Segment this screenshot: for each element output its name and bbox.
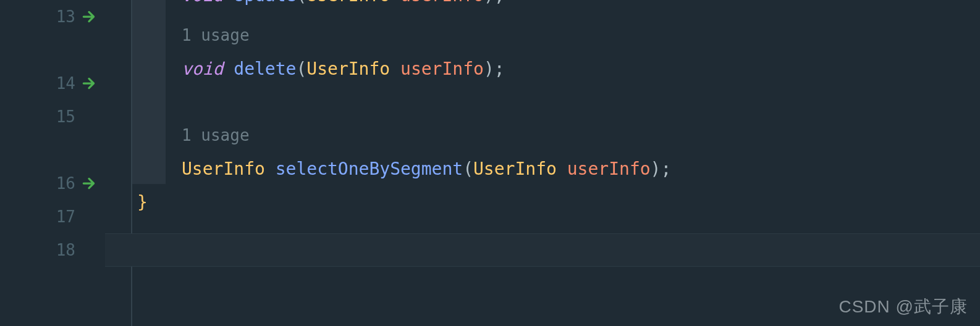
gutter-row-hint bbox=[0, 33, 105, 67]
method-name: delete bbox=[234, 59, 296, 79]
line-number: 14 bbox=[56, 74, 75, 93]
keyword: void bbox=[182, 0, 223, 5]
code-line-14[interactable]: void delete(UserInfo userInfo); bbox=[105, 52, 980, 85]
paren: ) bbox=[484, 0, 494, 5]
code-line-18[interactable] bbox=[105, 219, 980, 252]
gutter: 13 14 15 16 17 bbox=[0, 0, 105, 326]
type-name: UserInfo bbox=[306, 59, 390, 79]
line-number: 15 bbox=[56, 107, 75, 126]
gutter-row-18[interactable]: 18 bbox=[0, 233, 105, 267]
param-name: userInfo bbox=[400, 59, 484, 79]
usage-hint[interactable]: 1 usage bbox=[105, 119, 980, 152]
run-arrow-icon[interactable] bbox=[80, 75, 98, 92]
run-arrow-icon[interactable] bbox=[80, 175, 98, 192]
code-line-13[interactable]: void Update(UserInfo userInfo); bbox=[105, 0, 980, 5]
paren: ( bbox=[296, 0, 306, 5]
gutter-row-15[interactable]: 15 bbox=[0, 100, 105, 133]
line-number: 16 bbox=[56, 174, 75, 193]
scroll-indicator[interactable] bbox=[0, 319, 25, 326]
gutter-row-17[interactable]: 17 bbox=[0, 200, 105, 233]
paren: ( bbox=[463, 159, 473, 179]
type-name: UserInfo bbox=[306, 0, 390, 5]
return-type: UserInfo bbox=[182, 159, 265, 179]
code-line-17[interactable]: } bbox=[105, 185, 980, 219]
line-number: 17 bbox=[56, 207, 75, 226]
line-number: 18 bbox=[56, 241, 75, 259]
watermark: CSDN @武子康 bbox=[838, 295, 968, 319]
code-editor[interactable]: 13 14 15 16 17 bbox=[0, 0, 980, 326]
code-line-15[interactable] bbox=[105, 85, 980, 119]
method-name: Update bbox=[234, 0, 296, 5]
paren: ) bbox=[651, 159, 661, 179]
code-area[interactable]: void Update(UserInfo userInfo); 1 usage … bbox=[105, 0, 980, 326]
gutter-row-14[interactable]: 14 bbox=[0, 67, 105, 100]
usage-hint[interactable]: 1 usage bbox=[105, 19, 980, 52]
gutter-row-13[interactable]: 13 bbox=[0, 0, 105, 33]
closing-brace: } bbox=[137, 192, 148, 212]
run-arrow-icon[interactable] bbox=[80, 8, 98, 25]
semicolon: ; bbox=[661, 159, 671, 179]
param-name: userInfo bbox=[400, 0, 484, 5]
gutter-row-hint bbox=[0, 133, 105, 167]
usage-hint-text: 1 usage bbox=[182, 126, 250, 144]
param-name: userInfo bbox=[567, 159, 651, 179]
usage-hint-text: 1 usage bbox=[182, 26, 250, 44]
semicolon: ; bbox=[494, 59, 505, 79]
keyword: void bbox=[182, 59, 223, 79]
method-name: selectOneBySegment bbox=[276, 159, 463, 179]
paren: ) bbox=[484, 59, 494, 79]
gutter-row-16[interactable]: 16 bbox=[0, 167, 105, 200]
paren: ( bbox=[296, 59, 306, 79]
code-line-16[interactable]: UserInfo selectOneBySegment(UserInfo use… bbox=[105, 152, 980, 185]
line-number: 13 bbox=[56, 7, 75, 26]
type-name: UserInfo bbox=[473, 159, 557, 179]
semicolon: ; bbox=[494, 0, 505, 5]
